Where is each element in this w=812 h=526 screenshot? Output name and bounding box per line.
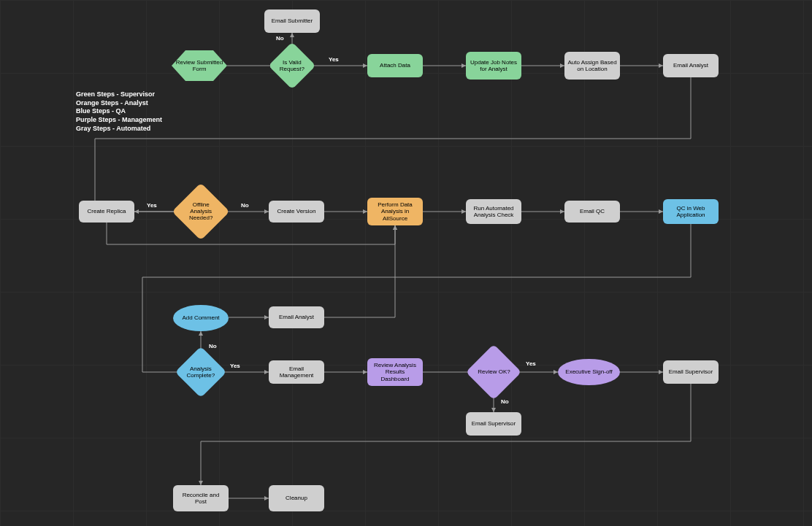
legend-line: Blue Steps - QA (76, 107, 162, 116)
node-email-supervisor-2[interactable]: Email Supervisor (466, 412, 521, 436)
node-label: Run Automated Analysis Check (469, 205, 518, 218)
node-email-analyst-2[interactable]: Email Analyst (269, 306, 324, 328)
node-label: Email QC (580, 208, 605, 214)
node-reconcile-and-post[interactable]: Reconcile and Post (173, 485, 229, 511)
node-email-management[interactable]: Email Management (269, 360, 324, 384)
node-email-qc[interactable]: Email QC (564, 201, 620, 223)
edge-label-no: No (241, 202, 249, 209)
node-label: Review Analysis Results Dashboard (370, 362, 420, 382)
node-email-analyst-1[interactable]: Email Analyst (663, 54, 719, 77)
flowchart-canvas: Green Steps - Supervisor Orange Steps - … (0, 0, 812, 526)
node-email-supervisor-1[interactable]: Email Supervisor (663, 360, 719, 384)
legend-line: Gray Steps - Automated (76, 125, 162, 134)
node-label: QC in Web Application (666, 205, 716, 218)
legend: Green Steps - Supervisor Orange Steps - … (76, 90, 162, 133)
node-attach-data[interactable]: Attach Data (367, 54, 423, 77)
node-label: Perform Data Analysis in AllSource (370, 201, 420, 222)
node-label: Email Analyst (279, 314, 314, 320)
legend-line: Orange Steps - Analyst (76, 99, 162, 108)
node-email-submitter[interactable]: Email Submitter (264, 9, 320, 33)
node-label: Reconcile and Post (176, 492, 226, 505)
node-label: Add Comment (182, 314, 219, 321)
node-run-automated-check[interactable]: Run Automated Analysis Check (466, 199, 521, 224)
node-label: Email Supervisor (472, 420, 516, 427)
node-qc-web-app[interactable]: QC in Web Application (663, 199, 719, 224)
node-auto-assign[interactable]: Auto Assign Based on Location (564, 52, 620, 80)
node-label: Cleanup (286, 495, 307, 501)
node-label: Offline Analysis Needed? (183, 201, 218, 222)
node-create-replica[interactable]: Create Replica (79, 201, 134, 223)
edge-label-no: No (209, 343, 217, 349)
edge-label-yes: Yes (230, 363, 240, 369)
node-review-analysis-results[interactable]: Review Analysis Results Dashboard (367, 358, 423, 386)
node-label: Analysis Complete? (185, 366, 216, 379)
node-executive-signoff[interactable]: Executive Sign-off (558, 359, 620, 385)
edge-label-no: No (501, 398, 509, 405)
node-label: Executive Sign-off (565, 368, 612, 375)
node-cleanup[interactable]: Cleanup (269, 485, 324, 511)
edge-label-yes: Yes (329, 56, 339, 63)
node-label: Attach Data (380, 62, 410, 69)
node-label: Create Replica (88, 208, 126, 214)
node-label: Review OK? (478, 368, 510, 375)
node-update-job-notes[interactable]: Update Job Notes for Analyst (466, 52, 521, 80)
legend-line: Purple Steps - Management (76, 116, 162, 125)
node-label: Is Valid Request? (278, 59, 306, 72)
legend-line: Green Steps - Supervisor (76, 90, 162, 99)
node-create-version[interactable]: Create Version (269, 201, 324, 223)
node-label: Email Analyst (673, 62, 708, 69)
node-label: Auto Assign Based on Location (567, 59, 617, 72)
edge-label-yes: Yes (147, 202, 157, 209)
node-add-comment[interactable]: Add Comment (173, 305, 229, 331)
node-label: Create Version (277, 208, 316, 214)
node-label: Email Submitter (272, 18, 313, 24)
node-label: Update Job Notes for Analyst (469, 59, 518, 72)
node-label: Email Management (272, 366, 321, 379)
edge-label-no: No (276, 35, 284, 42)
node-label: Review Submitted Form (175, 59, 224, 72)
node-label: Email Supervisor (669, 368, 713, 375)
grid-background (0, 0, 812, 526)
edge-label-yes: Yes (526, 360, 536, 367)
node-perform-data-analysis[interactable]: Perform Data Analysis in AllSource (367, 198, 423, 225)
